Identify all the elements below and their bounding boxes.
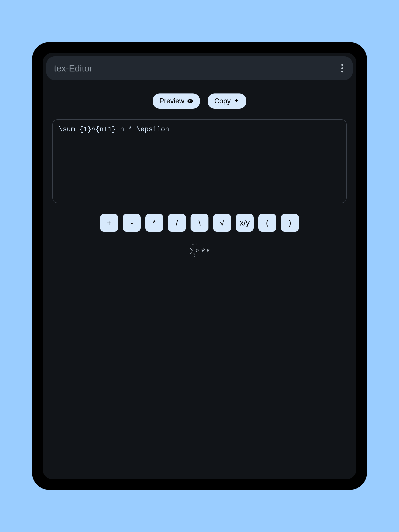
download-icon bbox=[233, 98, 240, 104]
preview-button-label: Preview bbox=[159, 97, 184, 105]
app-header: tex-Editor bbox=[46, 56, 353, 80]
copy-button-label: Copy bbox=[214, 97, 231, 105]
symbol-minus-button[interactable]: - bbox=[123, 214, 141, 232]
content-area: Preview Copy + - * / \ bbox=[43, 84, 356, 479]
symbol-fraction-button[interactable]: x/y bbox=[236, 214, 254, 232]
symbol-sqrt-button[interactable]: √ bbox=[213, 214, 231, 232]
tex-input[interactable] bbox=[52, 119, 347, 203]
kebab-menu-icon[interactable] bbox=[339, 62, 345, 74]
symbol-backslash-button[interactable]: \ bbox=[191, 214, 208, 232]
symbol-lparen-button[interactable]: ( bbox=[258, 214, 276, 232]
symbol-slash-button[interactable]: / bbox=[168, 214, 186, 232]
tablet-frame: tex-Editor Preview Copy bbox=[32, 42, 367, 490]
action-button-row: Preview Copy bbox=[153, 94, 246, 109]
preview-button[interactable]: Preview bbox=[153, 94, 200, 109]
rendered-preview: n+1 ∑ n ∗ ϵ 1 bbox=[190, 242, 209, 257]
sum-upper-bound: n+1 bbox=[185, 242, 205, 246]
symbol-toolbar: + - * / \ √ x/y ( ) bbox=[100, 214, 299, 232]
screen: tex-Editor Preview Copy bbox=[43, 53, 356, 479]
sum-lower-bound: 1 bbox=[185, 254, 205, 258]
copy-button[interactable]: Copy bbox=[208, 94, 246, 109]
symbol-plus-button[interactable]: + bbox=[100, 214, 118, 232]
sum-body-expression: n ∗ ϵ bbox=[196, 247, 209, 253]
sum-sigma-symbol: ∑ bbox=[190, 246, 195, 254]
app-title: tex-Editor bbox=[54, 63, 92, 74]
symbol-asterisk-button[interactable]: * bbox=[145, 214, 163, 232]
symbol-rparen-button[interactable]: ) bbox=[281, 214, 299, 232]
eye-icon bbox=[187, 98, 193, 104]
